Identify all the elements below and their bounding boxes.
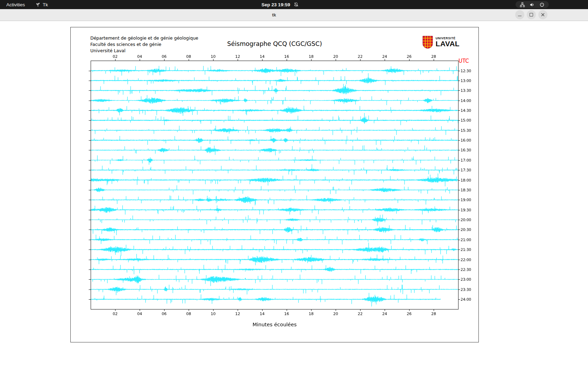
minimize-icon — [518, 16, 522, 16]
window-controls — [515, 10, 547, 19]
window-title: tk — [272, 9, 276, 21]
window-titlebar[interactable]: tk — [0, 9, 588, 21]
clock-label: Sep 23 19:59 — [261, 2, 290, 7]
gnome-top-bar: Activities Tk Sep 23 19:59 — [0, 0, 588, 9]
maximize-icon — [530, 13, 533, 16]
app-indicator-label: Tk — [43, 2, 48, 7]
notifications-muted-icon — [294, 2, 299, 7]
desktop: Activities Tk Sep 23 19:59 — [0, 0, 588, 368]
seismograph-figure: Département de géologie et de génie géol… — [70, 27, 479, 342]
maximize-button[interactable] — [527, 10, 536, 19]
close-icon — [541, 13, 545, 16]
activities-button[interactable]: Activities — [5, 0, 26, 9]
volume-icon — [530, 2, 535, 7]
minimize-button[interactable] — [515, 10, 524, 19]
power-icon — [539, 2, 545, 7]
x-axis-label: Minutes écoulées — [71, 322, 478, 327]
system-tray[interactable] — [516, 1, 549, 8]
close-button[interactable] — [538, 10, 547, 19]
tk-app-icon — [36, 2, 40, 7]
clock-button[interactable]: Sep 23 19:59 — [261, 0, 299, 9]
seismogram-canvas — [71, 27, 478, 342]
app-indicator[interactable]: Tk — [36, 0, 48, 9]
network-icon — [520, 2, 525, 7]
window-content: Département de géologie et de génie géol… — [0, 21, 588, 368]
